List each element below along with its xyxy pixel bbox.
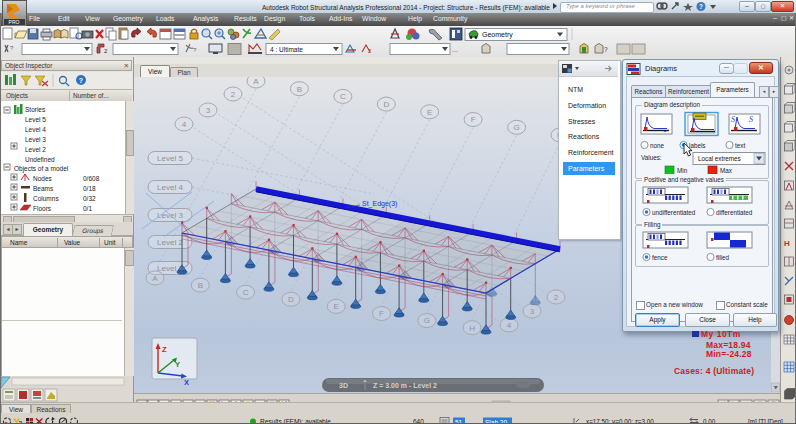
svg-text:Max: Max xyxy=(720,167,733,174)
svg-text:fence: fence xyxy=(652,254,668,261)
svg-text:C: C xyxy=(243,288,249,297)
svg-text:A: A xyxy=(152,274,158,283)
svg-text:Floors: Floors xyxy=(33,205,52,212)
svg-text:2: 2 xyxy=(554,293,559,302)
svg-text:text: text xyxy=(735,142,745,149)
svg-text:Min: Min xyxy=(677,167,688,174)
svg-text:PRO: PRO xyxy=(9,19,20,25)
svg-text:G: G xyxy=(513,123,519,132)
svg-text:filled: filled xyxy=(716,254,729,261)
svg-text:4: 4 xyxy=(507,321,512,330)
svg-text:0/608: 0/608 xyxy=(83,175,100,182)
svg-text:2: 2 xyxy=(104,48,108,54)
svg-text:Local extremes: Local extremes xyxy=(698,155,741,162)
svg-text:Stories: Stories xyxy=(25,106,46,113)
svg-text:?: ? xyxy=(10,45,14,51)
svg-text:H: H xyxy=(784,239,790,248)
svg-text:Level 2: Level 2 xyxy=(157,238,183,247)
svg-text:E: E xyxy=(334,302,339,311)
svg-text:Nodes: Nodes xyxy=(33,175,53,182)
svg-text:...: ... xyxy=(452,46,458,53)
svg-text:D: D xyxy=(288,295,294,304)
svg-text:A: A xyxy=(253,77,259,86)
svg-text:differentiated: differentiated xyxy=(716,209,753,216)
svg-text:X: X xyxy=(184,378,189,387)
svg-text:0/18: 0/18 xyxy=(83,185,96,192)
svg-text:Z: Z xyxy=(162,345,167,354)
svg-text:4 : Ultimate: 4 : Ultimate xyxy=(270,46,303,53)
svg-text:2: 2 xyxy=(231,90,236,99)
svg-text:E: E xyxy=(427,108,432,117)
svg-text:S: S xyxy=(731,115,735,124)
svg-text:?: ? xyxy=(193,47,197,53)
svg-text:Columns: Columns xyxy=(33,195,59,202)
svg-text:2: 2 xyxy=(368,48,372,54)
svg-text:Level 4: Level 4 xyxy=(157,183,183,192)
svg-text:none: none xyxy=(650,142,665,149)
svg-text:3D: 3D xyxy=(339,382,348,389)
svg-text:3: 3 xyxy=(530,307,535,316)
svg-text:B: B xyxy=(198,281,203,290)
svg-text:?: ? xyxy=(604,46,608,53)
svg-text:Level 2: Level 2 xyxy=(25,146,46,153)
svg-text:undifferentiated: undifferentiated xyxy=(652,209,696,216)
svg-text:4: 4 xyxy=(182,120,187,129)
svg-text:Beams: Beams xyxy=(33,185,54,192)
svg-text:Level 5: Level 5 xyxy=(25,116,46,123)
svg-text:Z = 3.00 m - Level 2: Z = 3.00 m - Level 2 xyxy=(373,382,437,389)
svg-text:F: F xyxy=(379,309,384,318)
svg-text:G: G xyxy=(424,316,430,325)
svg-text:0/1: 0/1 xyxy=(83,205,92,212)
svg-text:Y: Y xyxy=(175,360,180,369)
svg-text:B: B xyxy=(297,85,302,94)
svg-text:Level 4: Level 4 xyxy=(25,126,46,133)
svg-text:Geometry: Geometry xyxy=(482,31,513,39)
svg-text:0/32: 0/32 xyxy=(83,195,96,202)
svg-text:S: S xyxy=(749,115,753,124)
svg-text:C: C xyxy=(340,92,346,101)
svg-text:F: F xyxy=(471,115,476,124)
svg-text:Undefined: Undefined xyxy=(25,156,55,163)
svg-text:3: 3 xyxy=(206,106,211,115)
svg-text:H: H xyxy=(469,324,475,333)
svg-text:Level 3: Level 3 xyxy=(25,136,46,143)
svg-text:?: ? xyxy=(699,3,703,10)
svg-text:?: ? xyxy=(79,77,83,84)
svg-text:D: D xyxy=(383,100,389,109)
svg-text:Level 5: Level 5 xyxy=(157,154,183,163)
svg-text:Objects of a model: Objects of a model xyxy=(14,165,69,173)
svg-text:Values:: Values: xyxy=(641,154,662,161)
svg-text:St_Edge(3): St_Edge(3) xyxy=(362,200,397,208)
